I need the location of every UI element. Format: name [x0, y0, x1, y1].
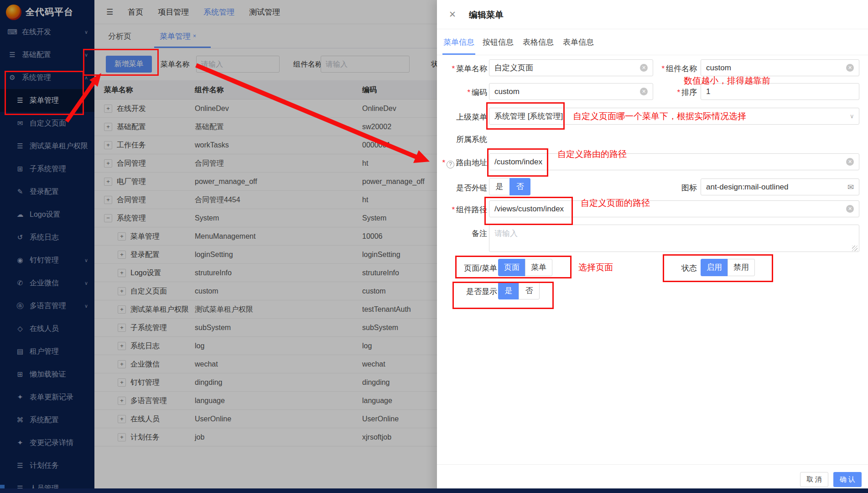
comp-path-label: *组件路径: [414, 205, 487, 215]
cancel-button[interactable]: 取 消: [800, 472, 828, 487]
status-label: 状态: [624, 263, 697, 273]
drawer-active-tab-underline: [442, 53, 475, 55]
code-label: *编码: [414, 87, 487, 98]
drawer-footer-divider: [437, 464, 868, 465]
confirm-button[interactable]: 确 认: [833, 472, 862, 487]
belong-system-label: 所属系统: [414, 134, 487, 145]
is-external-label: 是否外链: [414, 183, 487, 193]
drawer-mask[interactable]: [0, 0, 437, 493]
visible-toggle: 是 否: [498, 282, 540, 299]
page-or-menu-label: 页面/菜单: [424, 263, 497, 273]
status-enabled-option[interactable]: 启用: [701, 259, 728, 276]
drawer-header: ✕ 编辑菜单: [437, 0, 868, 29]
parent-menu-select[interactable]: [489, 108, 859, 125]
remark-textarea[interactable]: [489, 225, 859, 252]
close-drawer-icon[interactable]: ✕: [449, 9, 456, 20]
page-or-menu-toggle: 页面 菜单: [498, 259, 552, 276]
visible-no-option[interactable]: 否: [519, 282, 540, 299]
drawer-tabs: 菜单信息 按钮信息 表格信息 表单信息: [437, 29, 868, 55]
parent-menu-label: 上级菜单: [414, 112, 487, 122]
drawer-tab-menu-info[interactable]: 菜单信息: [443, 37, 474, 47]
status-toggle: 启用 禁用: [701, 259, 755, 276]
visible-label: 是否显示: [424, 286, 497, 297]
status-disabled-option[interactable]: 禁用: [728, 259, 755, 276]
icon-field-label: 图标: [624, 183, 697, 193]
menu-name-label: *菜单名称: [414, 63, 487, 74]
sort-input[interactable]: [701, 83, 859, 100]
route-path-label: *?路由地址: [414, 157, 487, 168]
edit-menu-drawer: ✕ 编辑菜单 菜单信息 按钮信息 表格信息 表单信息 *菜单名称 ✕ *组件名称…: [437, 0, 868, 493]
menu-option[interactable]: 菜单: [525, 259, 552, 276]
bottom-bar: [0, 488, 868, 493]
drawer-title: 编辑菜单: [469, 9, 504, 21]
page-option[interactable]: 页面: [498, 259, 525, 276]
external-yes-option[interactable]: 是: [489, 178, 510, 195]
is-external-toggle: 是 否: [489, 178, 530, 195]
visible-yes-option[interactable]: 是: [498, 282, 519, 299]
drawer-tab-table-info[interactable]: 表格信息: [523, 37, 554, 47]
clear-icon[interactable]: ✕: [846, 158, 854, 166]
route-path-input[interactable]: [489, 153, 859, 170]
comp-name-input[interactable]: [701, 59, 859, 76]
remark-label: 备注: [414, 228, 487, 239]
mail-icon[interactable]: ✉: [847, 183, 854, 192]
chevron-down-icon: ∨: [850, 113, 854, 120]
textarea-resize-grip[interactable]: [852, 246, 858, 251]
clear-icon[interactable]: ✕: [846, 64, 854, 72]
drawer-tab-form-info[interactable]: 表单信息: [563, 37, 594, 47]
comp-name-label: *组件名称: [624, 63, 697, 74]
sort-label: *排序: [624, 87, 697, 98]
icon-input[interactable]: [701, 178, 859, 195]
clear-icon[interactable]: ✕: [846, 205, 854, 213]
drawer-tab-button-info[interactable]: 按钮信息: [483, 37, 514, 47]
external-no-option[interactable]: 否: [509, 178, 530, 195]
comp-path-input[interactable]: [489, 200, 859, 217]
help-icon: ?: [447, 161, 454, 168]
